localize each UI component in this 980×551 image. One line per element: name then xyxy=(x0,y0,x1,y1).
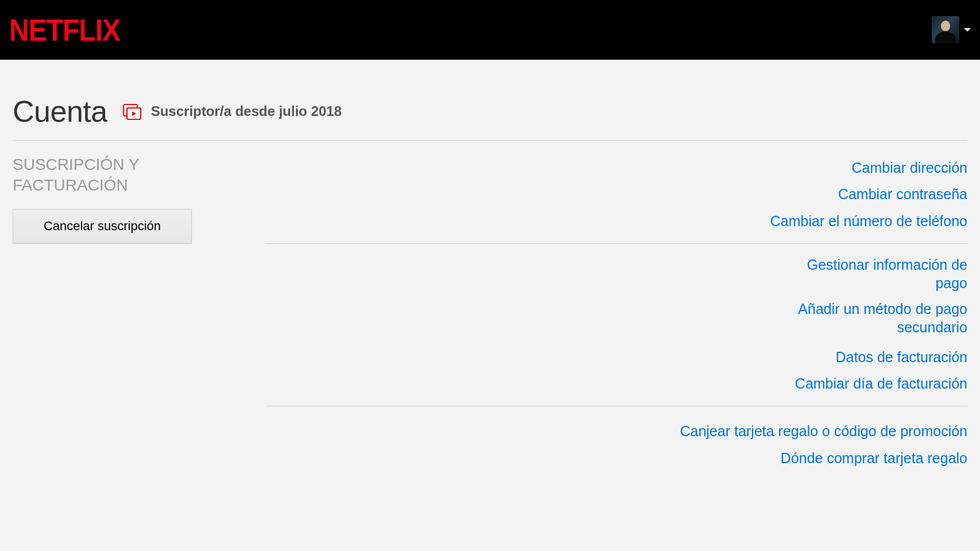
caret-down-icon[interactable] xyxy=(964,28,971,32)
section-title: SUSCRIPCIÓN Y FACTURACIÓN xyxy=(13,154,254,196)
manage-payment-link[interactable]: Gestionar información de pago xyxy=(784,255,967,293)
member-since-text: Suscriptor/a desde julio 2018 xyxy=(151,103,342,119)
link-group-account: Cambiar dirección Cambiar contraseña Cam… xyxy=(265,154,967,244)
billing-details-link[interactable]: Datos de facturación xyxy=(265,344,967,370)
section-right: Cambiar dirección Cambiar contraseña Cam… xyxy=(254,154,967,471)
section-left: SUSCRIPCIÓN Y FACTURACIÓN Cancelar suscr… xyxy=(13,154,254,471)
main-content: Cuenta Suscriptor/a desde julio 2018 SUS… xyxy=(0,60,980,471)
change-phone-link[interactable]: Cambiar el número de teléfono xyxy=(265,208,967,234)
membership-billing-section: SUSCRIPCIÓN Y FACTURACIÓN Cancelar suscr… xyxy=(13,141,967,471)
netflix-logo[interactable]: NETFLIX xyxy=(9,13,120,48)
add-backup-payment-link[interactable]: Añadir un método de pago secundario xyxy=(784,300,967,337)
change-billing-day-link[interactable]: Cambiar día de facturación xyxy=(265,370,967,397)
redeem-gift-link[interactable]: Canjear tarjeta regalo o código de promo… xyxy=(265,418,967,444)
cancel-subscription-button[interactable]: Cancelar suscripción xyxy=(13,209,192,243)
where-buy-gift-link[interactable]: Dónde comprar tarjeta regalo xyxy=(265,445,967,471)
member-badge: Suscriptor/a desde julio 2018 xyxy=(122,102,342,121)
change-password-link[interactable]: Cambiar contraseña xyxy=(265,181,967,207)
link-group-payment: Gestionar información de pago Añadir un … xyxy=(265,255,967,407)
change-email-link[interactable]: Cambiar dirección xyxy=(265,154,967,181)
page-header: Cuenta Suscriptor/a desde julio 2018 xyxy=(13,94,967,141)
app-header: NETFLIX xyxy=(0,0,980,60)
page-title: Cuenta xyxy=(13,94,107,129)
link-group-gift: Canjear tarjeta regalo o código de promo… xyxy=(265,418,967,471)
membership-icon xyxy=(122,102,143,121)
profile-avatar[interactable] xyxy=(932,16,959,44)
header-right xyxy=(932,16,971,44)
